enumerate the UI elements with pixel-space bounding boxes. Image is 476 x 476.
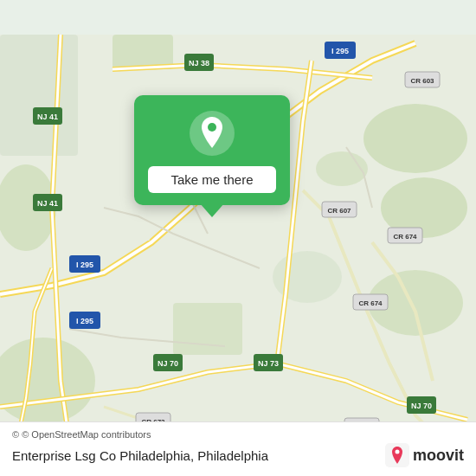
svg-point-49 bbox=[208, 123, 216, 132]
location-pin-icon bbox=[197, 117, 227, 150]
svg-text:NJ 41: NJ 41 bbox=[37, 199, 58, 208]
svg-text:CR 607: CR 607 bbox=[327, 207, 351, 215]
map-svg: I 295 I 295 I 295 I 295 NJ 41 NJ 41 NJ 3… bbox=[0, 0, 476, 476]
svg-text:CR 674: CR 674 bbox=[358, 299, 383, 307]
take-me-there-button[interactable]: Take me there bbox=[148, 166, 276, 193]
bottom-bar: © © OpenStreetMap contributors Enterpris… bbox=[0, 421, 476, 476]
osm-attribution: © © OpenStreetMap contributors bbox=[12, 429, 464, 440]
popup-card: Take me there bbox=[134, 95, 290, 205]
attribution-text: © OpenStreetMap contributors bbox=[22, 429, 151, 440]
svg-text:NJ 70: NJ 70 bbox=[158, 359, 178, 368]
moovit-logo: moovit bbox=[385, 443, 464, 467]
svg-text:CR 674: CR 674 bbox=[393, 233, 417, 241]
map-container: I 295 I 295 I 295 I 295 NJ 41 NJ 41 NJ 3… bbox=[0, 0, 476, 476]
svg-rect-9 bbox=[173, 303, 242, 355]
svg-point-51 bbox=[395, 450, 399, 454]
location-icon-wrap bbox=[190, 111, 235, 156]
svg-text:NJ 38: NJ 38 bbox=[189, 59, 209, 68]
svg-text:CR 603: CR 603 bbox=[410, 77, 434, 85]
moovit-text: moovit bbox=[413, 447, 464, 465]
svg-point-1 bbox=[363, 104, 467, 173]
osm-copyright-icon: © bbox=[12, 429, 19, 440]
location-name: Enterprise Lsg Co Philadelphia, Philadel… bbox=[12, 448, 268, 463]
svg-text:NJ 41: NJ 41 bbox=[37, 113, 58, 121]
svg-text:I 295: I 295 bbox=[331, 47, 349, 55]
location-info-row: Enterprise Lsg Co Philadelphia, Philadel… bbox=[12, 443, 464, 467]
moovit-brand-icon bbox=[385, 443, 409, 467]
svg-text:I 295: I 295 bbox=[76, 317, 93, 325]
svg-text:NJ 70: NJ 70 bbox=[411, 402, 432, 410]
svg-rect-4 bbox=[0, 35, 78, 156]
svg-text:NJ 73: NJ 73 bbox=[258, 359, 279, 368]
svg-text:I 295: I 295 bbox=[76, 261, 93, 269]
svg-rect-6 bbox=[113, 35, 173, 69]
